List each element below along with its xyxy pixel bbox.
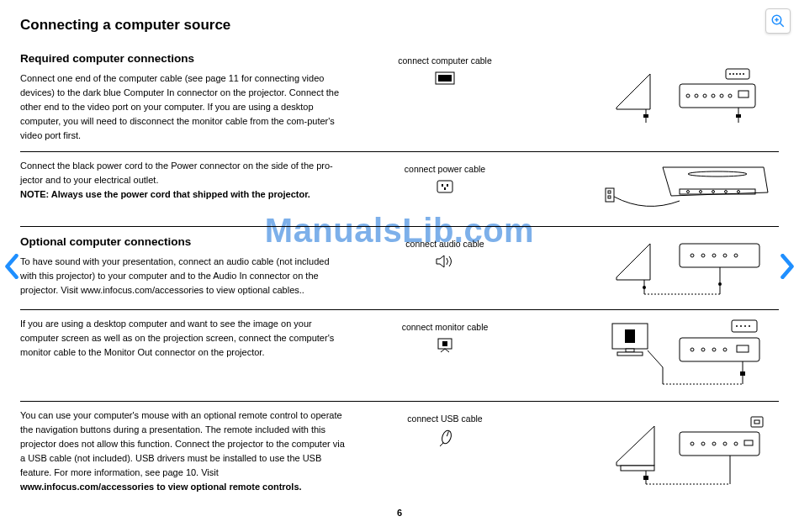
diagram-usb-cable [542,408,779,494]
caption: connect computer cable [348,55,542,66]
diagram-audio-cable [542,234,779,301]
svg-point-23 [743,73,744,75]
power-plug-icon [436,179,454,196]
svg-rect-53 [617,352,643,356]
svg-point-19 [729,73,731,75]
page-title: Connecting a computer source [20,17,779,34]
svg-rect-50 [442,341,447,346]
svg-point-39 [643,286,646,289]
section-usb-cable: You can use your computer's mouse with a… [20,402,779,503]
svg-rect-71 [621,466,654,471]
heading-required: Required computer connections [20,50,348,68]
svg-point-66 [744,325,746,327]
caption: connect power cable [348,164,542,174]
svg-point-47 [718,282,722,286]
svg-line-1 [780,23,784,27]
svg-point-20 [733,73,734,75]
svg-rect-24 [437,181,452,192]
svg-rect-40 [680,244,759,267]
section-audio-cable: Optional computer connections To have so… [20,227,779,310]
zoom-in-icon [770,13,786,29]
svg-rect-82 [751,417,763,427]
svg-rect-8 [680,84,755,108]
svg-rect-26 [447,184,448,187]
svg-rect-28 [606,188,614,202]
diagram-computer-cable [542,50,779,143]
svg-point-69 [441,429,452,445]
note: www.infocus.com/accessories to view opti… [20,480,348,494]
next-page-button[interactable] [775,250,799,283]
body-text: Connect the black power cord to the Powe… [20,159,348,187]
body-text: If you are using a desktop computer and … [20,317,348,360]
svg-rect-74 [680,432,759,456]
body-text: Connect one end of the computer cable (s… [20,71,348,143]
svg-rect-25 [442,184,443,187]
heading-optional: Optional computer connections [20,234,348,251]
diagram-monitor-cable [542,317,779,392]
speaker-icon [435,254,455,271]
caption: connect USB cable [348,413,542,424]
svg-rect-27 [444,187,446,190]
svg-point-67 [749,325,750,327]
svg-rect-73 [643,476,648,480]
svg-rect-5 [438,75,452,82]
svg-rect-52 [626,349,634,352]
section-monitor-cable: If you are using a desktop computer and … [20,310,779,402]
body-text: To have sound with your presentation, co… [20,255,348,298]
svg-rect-54 [625,329,635,343]
mouse-icon [437,429,452,449]
caption: connect audio cable [348,239,542,249]
svg-point-21 [736,73,738,75]
svg-point-22 [739,73,741,75]
monitor-icon [434,71,456,89]
svg-rect-17 [736,114,741,118]
page-number: 6 [20,508,779,518]
svg-point-65 [740,325,742,327]
caption: connect monitor cable [348,322,542,332]
svg-point-64 [736,325,738,327]
section-power-cable: Connect the black power cord to the Powe… [20,152,779,227]
diagram-power-cable [542,159,779,218]
svg-rect-7 [643,114,648,118]
zoom-button[interactable] [765,8,791,34]
svg-rect-55 [680,338,759,361]
note: NOTE: Always use the power cord that shi… [20,187,348,202]
svg-rect-62 [740,371,745,376]
section-computer-cable: Required computer connections Connect on… [20,44,779,152]
svg-line-70 [447,432,448,437]
monitor-out-icon [436,337,454,356]
prev-page-button[interactable] [0,250,24,283]
body-text: You can use your computer's mouse with a… [20,408,348,480]
